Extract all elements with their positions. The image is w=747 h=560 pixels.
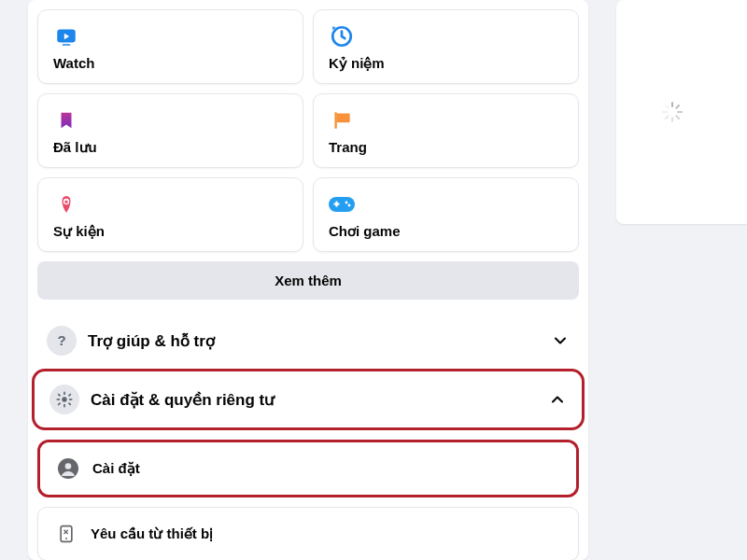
subitem-device-requests[interactable]: Yêu cầu từ thiết bị bbox=[37, 507, 579, 560]
svg-point-10 bbox=[345, 202, 348, 204]
row-label: Trợ giúp & hỗ trợ bbox=[88, 331, 540, 351]
tile-label: Trang bbox=[329, 139, 367, 155]
chevron-down-icon bbox=[551, 331, 570, 350]
tile-label: Chơi game bbox=[329, 223, 401, 240]
svg-rect-17 bbox=[69, 399, 72, 400]
tile-watch[interactable]: Watch bbox=[37, 9, 303, 84]
tile-pages[interactable]: Trang bbox=[313, 93, 579, 168]
events-icon bbox=[53, 191, 79, 217]
row-label: Cài đặt & quyền riêng tư bbox=[91, 390, 537, 410]
see-more-button[interactable]: Xem thêm bbox=[37, 261, 579, 300]
svg-rect-2 bbox=[63, 44, 71, 46]
shortcut-grid: Watch Kỷ niệm Đã lưu Trang Sự kiện bbox=[37, 9, 579, 252]
svg-rect-16 bbox=[57, 399, 60, 400]
svg-rect-14 bbox=[63, 392, 65, 395]
svg-text:?: ? bbox=[57, 332, 65, 348]
svg-point-13 bbox=[62, 397, 66, 401]
menu-panel: Watch Kỷ niệm Đã lưu Trang Sự kiện bbox=[28, 0, 588, 560]
side-loading-panel bbox=[616, 0, 747, 224]
help-icon: ? bbox=[47, 326, 77, 356]
chevron-up-icon bbox=[548, 390, 567, 409]
tile-events[interactable]: Sự kiện bbox=[37, 177, 303, 252]
svg-point-25 bbox=[65, 538, 67, 539]
highlight-settings-privacy: Cài đặt & quyền riêng tư bbox=[32, 369, 585, 430]
pages-icon bbox=[329, 107, 355, 133]
tile-memories[interactable]: Kỷ niệm bbox=[313, 9, 579, 84]
tile-label: Watch bbox=[53, 55, 94, 71]
gear-icon bbox=[49, 385, 79, 414]
svg-rect-9 bbox=[335, 202, 337, 207]
device-icon bbox=[53, 521, 79, 547]
row-help-support[interactable]: ? Trợ giúp & hỗ trợ bbox=[37, 313, 579, 369]
memories-icon bbox=[329, 23, 355, 49]
svg-rect-7 bbox=[329, 197, 355, 212]
tile-saved[interactable]: Đã lưu bbox=[37, 93, 303, 168]
svg-point-11 bbox=[348, 204, 351, 207]
tile-label: Kỷ niệm bbox=[329, 55, 385, 72]
svg-rect-19 bbox=[68, 402, 72, 406]
loading-spinner-icon bbox=[671, 102, 692, 122]
saved-icon bbox=[53, 107, 79, 133]
tile-label: Sự kiện bbox=[53, 223, 105, 240]
subitem-label: Yêu cầu từ thiết bị bbox=[91, 525, 213, 542]
svg-rect-18 bbox=[58, 393, 62, 397]
svg-rect-20 bbox=[58, 402, 62, 406]
svg-rect-15 bbox=[63, 404, 65, 407]
svg-point-23 bbox=[65, 463, 72, 469]
tile-gaming[interactable]: Chơi game bbox=[313, 177, 579, 252]
watch-icon bbox=[53, 23, 79, 49]
tile-label: Đã lưu bbox=[53, 139, 97, 156]
subitem-settings[interactable]: Cài đặt bbox=[40, 442, 576, 495]
profile-gear-icon bbox=[55, 455, 81, 482]
svg-rect-4 bbox=[334, 112, 336, 128]
gaming-icon bbox=[329, 191, 355, 217]
row-settings-privacy[interactable]: Cài đặt & quyền riêng tư bbox=[40, 371, 576, 427]
subitem-label: Cài đặt bbox=[92, 460, 140, 477]
highlight-settings: Cài đặt bbox=[37, 440, 579, 497]
svg-rect-21 bbox=[68, 393, 72, 397]
